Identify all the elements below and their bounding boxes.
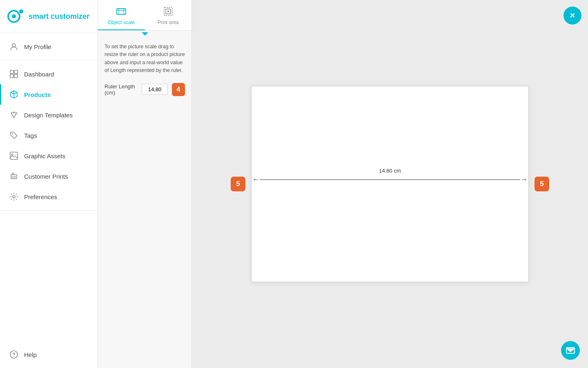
sidebar-item-graphic-assets[interactable]: Graphic Assets (0, 146, 98, 166)
svg-line-8 (11, 113, 14, 118)
tab-object-scale-label: Object scale (108, 20, 135, 25)
main-canvas-area: × 14.80 cm ← → 5 5 (192, 0, 588, 368)
sidebar-item-help[interactable]: Help (0, 344, 98, 365)
svg-rect-7 (14, 74, 18, 78)
nav-divider-1 (0, 60, 98, 61)
ruler-overlay: 14.80 cm ← → (252, 168, 528, 184)
step-badge-left: 5 (231, 177, 245, 191)
sidebar-label-my-profile: My Profile (24, 43, 51, 50)
svg-line-9 (14, 113, 17, 118)
tab-print-area[interactable]: Print area (145, 0, 192, 30)
mail-icon (566, 346, 575, 355)
ruler-length-input[interactable] (142, 84, 168, 95)
step-badge-right: 5 (535, 177, 549, 191)
svg-point-17 (13, 195, 15, 198)
mail-button[interactable] (561, 341, 580, 360)
svg-point-19 (13, 356, 14, 357)
sidebar-item-design-templates[interactable]: Design Templates (0, 105, 98, 125)
svg-rect-4 (10, 70, 13, 74)
ruler-length-label: Ruler Length (cm) (105, 83, 138, 96)
svg-rect-20 (117, 9, 126, 14)
sidebar-label-help: Help (24, 351, 37, 358)
tab-indicator (98, 31, 192, 36)
panel-tabs: Object scale Print area (98, 0, 192, 31)
sidebar-item-tags[interactable]: Tags (0, 125, 98, 146)
sidebar-item-dashboard[interactable]: Dashboard (0, 64, 98, 84)
canvas-wrapper: 14.80 cm ← → 5 5 (251, 86, 529, 282)
sidebar-label-design-templates: Design Templates (24, 112, 73, 119)
sidebar-item-preferences[interactable]: Preferences (0, 186, 98, 207)
sidebar-label-dashboard: Dashboard (24, 71, 54, 78)
nav-list: My Profile Dashboard Products (0, 33, 98, 368)
sidebar-label-graphic-assets: Graphic Assets (24, 153, 65, 159)
canvas-box: 14.80 cm ← → (251, 86, 529, 282)
svg-point-12 (12, 133, 13, 135)
tags-icon (9, 131, 18, 140)
svg-point-1 (12, 14, 16, 18)
svg-rect-15 (11, 175, 17, 179)
sidebar-label-customer-prints: Customer Prints (24, 173, 68, 180)
svg-point-2 (19, 9, 23, 13)
design-templates-icon (9, 110, 18, 119)
sidebar-item-products[interactable]: Products (0, 84, 98, 105)
svg-rect-5 (14, 70, 18, 74)
tab-object-scale[interactable]: Object scale (98, 0, 145, 30)
graphic-assets-icon (9, 151, 18, 160)
close-button[interactable]: × (564, 7, 581, 25)
step-badge-4: 4 (172, 83, 185, 96)
ruler-length-row: Ruler Length (cm) 4 (105, 83, 185, 96)
logo-area: smart customizer (0, 0, 98, 33)
panel-body: To set the picture scale drag to resize … (98, 36, 192, 103)
app-name: smart customizer (29, 12, 89, 21)
svg-rect-13 (10, 152, 18, 159)
dashboard-icon (9, 70, 18, 79)
sidebar: smart customizer My Profile Dashboard (0, 0, 98, 368)
profile-icon (9, 42, 18, 51)
logo-icon (7, 7, 24, 25)
print-area-tab-icon (163, 6, 174, 17)
tab-print-area-label: Print area (158, 20, 179, 25)
sidebar-item-customer-prints[interactable]: Customer Prints (0, 166, 98, 186)
nav-divider-2 (0, 210, 98, 211)
svg-point-11 (13, 112, 15, 113)
preferences-icon (9, 192, 18, 201)
object-scale-tab-icon (116, 6, 127, 17)
sidebar-item-my-profile[interactable]: My Profile (0, 36, 98, 57)
sidebar-label-preferences: Preferences (24, 193, 57, 200)
sidebar-label-tags: Tags (24, 132, 37, 139)
sidebar-label-products: Products (24, 91, 51, 98)
svg-rect-16 (12, 176, 16, 177)
panel-description: To set the picture scale drag to resize … (105, 43, 185, 75)
ruler-arrow-line: ← → (252, 175, 528, 184)
svg-rect-6 (10, 74, 13, 78)
svg-point-3 (12, 44, 16, 47)
customer-prints-icon (9, 172, 18, 181)
products-icon (9, 90, 18, 99)
ruler-line (260, 180, 520, 180)
settings-panel: Object scale Print area To set the pictu… (98, 0, 192, 368)
ruler-measurement-label: 14.80 cm (379, 168, 401, 174)
help-icon (9, 350, 18, 359)
